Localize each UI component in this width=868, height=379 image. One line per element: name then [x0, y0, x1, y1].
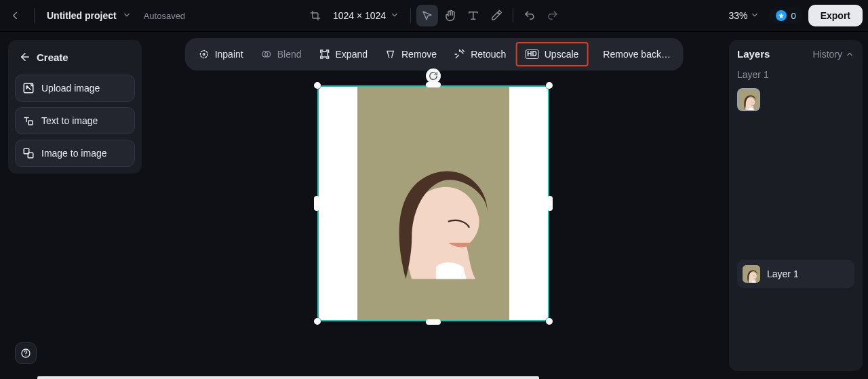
image-to-image-icon	[22, 147, 35, 159]
layer-thumbnail-selected[interactable]	[737, 88, 760, 111]
brush-tool[interactable]	[486, 5, 507, 26]
text-to-image-label: Text to image	[41, 115, 98, 126]
hd-icon: HD	[525, 49, 538, 59]
zoom-level: 33%	[728, 10, 747, 21]
remove-label: Remove	[401, 49, 437, 60]
upload-image-label: Upload image	[41, 83, 100, 94]
resize-handle-tr[interactable]	[546, 82, 553, 89]
credit-icon	[776, 10, 787, 21]
create-header[interactable]: Create	[15, 47, 135, 69]
regenerate-button[interactable]	[426, 68, 441, 83]
divider	[34, 8, 35, 23]
chevron-down-icon	[122, 10, 132, 22]
inpaint-icon	[199, 49, 210, 60]
back-button[interactable]	[4, 5, 26, 26]
image-to-image-button[interactable]: Image to image	[15, 140, 135, 167]
resize-handle-left[interactable]	[314, 196, 319, 211]
blend-icon	[261, 49, 272, 60]
create-panel: Create Upload image Text to image Image …	[8, 40, 142, 174]
arrow-left-icon	[19, 51, 31, 63]
divider	[410, 8, 411, 23]
undo-button[interactable]	[519, 5, 540, 26]
remove-icon	[385, 49, 396, 60]
edit-toolbar: Inpaint Blend Expand Remove Retouch HD U…	[185, 38, 684, 71]
canvas-padding	[319, 87, 357, 320]
svg-rect-4	[28, 121, 33, 125]
inpaint-label: Inpaint	[215, 49, 243, 60]
history-label: History	[812, 49, 842, 60]
expand-icon	[319, 49, 330, 60]
resize-handle-tl[interactable]	[314, 82, 321, 89]
text-to-image-button[interactable]: Text to image	[15, 107, 135, 134]
bottom-edge	[37, 376, 539, 379]
canvas-padding	[509, 87, 548, 320]
layers-panel: Layers History Layer 1 Layer 1	[729, 40, 863, 371]
upload-icon	[22, 82, 35, 94]
text-tool[interactable]	[462, 5, 484, 26]
remove-button[interactable]: Remove	[377, 43, 445, 65]
blend-button: Blend	[253, 43, 310, 65]
divider	[513, 8, 513, 23]
create-title: Create	[37, 52, 68, 63]
inpaint-button[interactable]: Inpaint	[191, 43, 252, 65]
expand-label: Expand	[336, 49, 368, 60]
svg-rect-11	[322, 52, 328, 57]
help-button[interactable]	[15, 342, 37, 364]
layer-row[interactable]: Layer 1	[737, 260, 854, 288]
resize-handle-bottom[interactable]	[426, 319, 441, 325]
zoom-dropdown[interactable]: 33%	[724, 7, 764, 24]
project-name-dropdown[interactable]: Untitled project	[43, 7, 136, 24]
text-to-image-icon	[22, 115, 35, 127]
pan-tool[interactable]	[439, 5, 461, 26]
canvas-dimensions: 1024 × 1024	[333, 10, 386, 21]
canvas-image[interactable]	[357, 87, 509, 320]
svg-point-7	[200, 51, 208, 58]
blend-label: Blend	[277, 49, 302, 60]
resize-handle-br[interactable]	[546, 318, 553, 325]
project-name: Untitled project	[47, 10, 117, 21]
upscale-label: Upscale	[545, 49, 579, 60]
svg-point-3	[26, 86, 28, 87]
retouch-label: Retouch	[471, 49, 506, 60]
history-toggle[interactable]: History	[812, 49, 854, 60]
svg-point-8	[203, 54, 205, 56]
resize-handle-right[interactable]	[547, 196, 553, 211]
layer-thumbnail	[743, 265, 760, 283]
svg-point-14	[25, 355, 26, 356]
chevron-down-icon	[390, 10, 399, 22]
layer-name: Layer 1	[767, 268, 799, 279]
resize-handle-top[interactable]	[426, 82, 441, 87]
layers-title: Layers	[737, 48, 770, 60]
upscale-button[interactable]: HD Upscale	[515, 42, 588, 66]
upload-image-button[interactable]: Upload image	[15, 75, 135, 102]
redo-button[interactable]	[542, 5, 564, 26]
select-tool[interactable]	[416, 5, 438, 26]
resize-handle-bl[interactable]	[314, 318, 321, 325]
autosave-status: Autosaved	[144, 11, 185, 21]
canvas-selection[interactable]	[317, 85, 549, 321]
chevron-down-icon	[750, 10, 760, 22]
image-to-image-label: Image to image	[41, 148, 107, 159]
remove-background-button[interactable]: Remove back…	[589, 43, 677, 65]
credits-count: 0	[791, 11, 795, 21]
credits-badge[interactable]: 0	[769, 7, 802, 24]
retouch-button[interactable]: Retouch	[446, 43, 514, 65]
export-button[interactable]: Export	[808, 5, 863, 26]
remove-bg-label: Remove back…	[603, 49, 671, 60]
expand-button[interactable]: Expand	[311, 43, 376, 65]
layer-group-title: Layer 1	[737, 69, 854, 80]
canvas-dimensions-dropdown[interactable]: 1024 × 1024	[328, 7, 405, 24]
retouch-icon	[454, 49, 465, 60]
crop-icon[interactable]	[304, 5, 326, 26]
